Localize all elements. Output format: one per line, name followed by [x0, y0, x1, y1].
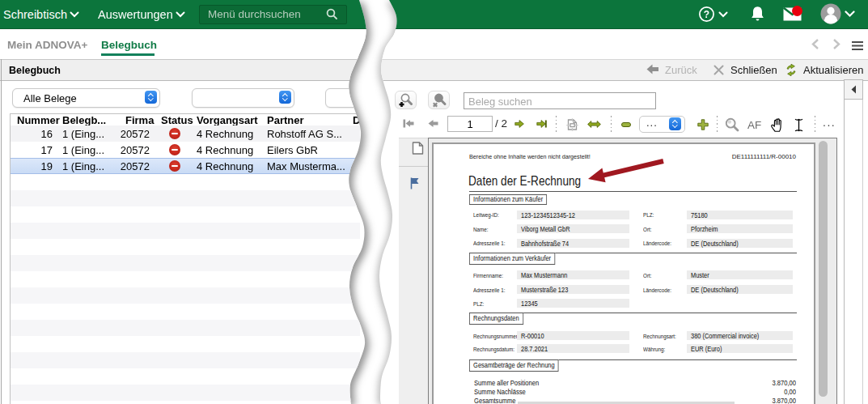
svg-text:?: ? — [704, 9, 709, 20]
